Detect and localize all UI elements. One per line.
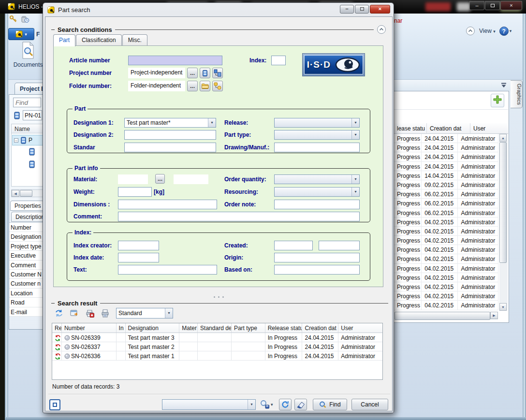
column-header-designation[interactable]: Designation <box>126 323 180 333</box>
dialog-maximize-button[interactable] <box>355 5 369 14</box>
column-header-result[interactable]: Re <box>52 323 62 333</box>
chevron-down-icon[interactable]: ▾ <box>208 118 216 127</box>
order-quantity-combo[interactable]: ▾ <box>274 174 360 184</box>
folder-transfer-button[interactable] <box>212 81 223 91</box>
help-menu[interactable]: ? ▾ <box>499 27 512 36</box>
column-header-number[interactable]: Number <box>62 323 117 333</box>
index-text-input[interactable] <box>118 265 217 275</box>
main-minimize-button[interactable]: – <box>469 1 484 10</box>
project-select-button[interactable] <box>200 68 210 78</box>
column-header-part-type[interactable]: Part type <box>232 323 265 333</box>
chevron-down-icon[interactable]: ▾ <box>351 175 359 184</box>
tab-part[interactable]: Part <box>53 34 75 46</box>
panel-menu-icon[interactable] <box>501 83 507 88</box>
database-clock-icon[interactable] <box>21 15 29 23</box>
chevron-down-icon[interactable]: ▾ <box>351 130 359 139</box>
reset-refresh-button[interactable] <box>279 399 292 410</box>
table-row[interactable]: Progress 24.04.2015 Administrator <box>394 162 498 171</box>
column-header-standard[interactable]: Standard de <box>198 323 232 333</box>
dialog-close-button[interactable]: × <box>370 5 390 14</box>
find-input[interactable] <box>13 98 41 107</box>
view-menu[interactable]: View ▾ <box>479 28 496 34</box>
chevron-down-icon[interactable]: ▾ <box>351 118 359 127</box>
folder-select-button[interactable] <box>200 81 210 91</box>
tab-properties[interactable]: Properties <box>10 201 43 211</box>
table-row[interactable]: Progress 04.02.2015 Administrator <box>394 264 498 273</box>
results-vertical-scrollbar[interactable]: ▲ ▼ <box>499 134 508 311</box>
tree-collapse-icon[interactable]: – <box>14 138 18 143</box>
table-row[interactable]: Progress 04.02.2015 Administrator <box>394 301 498 310</box>
property-row[interactable]: Number <box>9 223 43 232</box>
scrollbar-thumb[interactable] <box>394 312 490 320</box>
collapse-chevron-icon[interactable] <box>466 26 475 36</box>
resourcing-combo[interactable]: ▾ <box>274 187 360 197</box>
tree-horizontal-scrollbar[interactable]: ◀ <box>11 189 43 197</box>
table-row[interactable]: Progress 06.02.2015 Administrator <box>394 189 498 199</box>
part-type-combo[interactable]: ▾ <box>274 130 360 140</box>
chevron-down-icon[interactable]: ▾ <box>248 400 255 409</box>
table-row[interactable]: Progress 24.04.2015 Administrator <box>394 134 498 143</box>
tab-classification[interactable]: Classification <box>76 34 122 45</box>
table-row[interactable]: Progress 04.02.2015 Administrator <box>394 227 498 236</box>
index-input[interactable] <box>271 56 286 65</box>
release-combo[interactable]: ▾ <box>274 118 360 128</box>
property-row[interactable]: Road <box>9 298 43 307</box>
scroll-right-icon[interactable]: ▶ <box>490 312 498 319</box>
table-row[interactable]: Progress 24.04.2015 Administrator <box>394 143 498 152</box>
column-header-creation-date[interactable]: Creation dat <box>302 323 338 333</box>
dimensions-input[interactable] <box>118 200 217 209</box>
chevron-down-icon[interactable]: ▾ <box>165 308 173 318</box>
export-results-button[interactable] <box>70 309 79 318</box>
tree-column-header[interactable]: Name <box>11 124 43 133</box>
table-row[interactable]: Progress 06.02.2015 Administrator <box>394 199 498 208</box>
comment-input[interactable] <box>118 212 360 221</box>
index-date-input[interactable] <box>118 253 159 262</box>
documents-button[interactable]: Documents <box>12 42 44 71</box>
save-search-button[interactable]: ▾ <box>260 400 273 409</box>
standard-input[interactable] <box>124 143 216 152</box>
column-header-release-status[interactable]: lease statu <box>394 123 427 133</box>
folder-number-value[interactable]: Folder-independent <box>128 81 185 91</box>
drawing-manuf-input[interactable] <box>274 143 360 152</box>
table-row[interactable]: Progress 04.02.2015 Administrator <box>394 273 498 282</box>
property-row[interactable]: E-mail <box>9 307 43 317</box>
result-row[interactable]: SN-026337 Test part master 2 In Progress… <box>52 342 382 351</box>
result-row[interactable]: SN-026339 Test part master 3 In Progress… <box>52 333 382 342</box>
designation2-input[interactable] <box>124 130 216 140</box>
find-button[interactable]: Find <box>313 399 347 410</box>
column-header-index[interactable]: In <box>117 323 126 333</box>
material-name-input[interactable] <box>174 174 208 184</box>
dialog-minimize-button[interactable]: – <box>340 5 354 14</box>
table-row[interactable]: Progress 24.04.2015 Administrator <box>394 152 498 161</box>
scrollbar-thumb[interactable] <box>20 190 32 197</box>
weight-input[interactable] <box>118 187 152 197</box>
column-header-creation-date[interactable]: Creation dat <box>427 123 470 133</box>
property-row[interactable]: Designation <box>9 232 43 241</box>
tab-description[interactable]: Description <box>11 212 43 222</box>
index-creator-input[interactable] <box>118 241 159 250</box>
scroll-up-icon[interactable]: ▲ <box>499 134 507 142</box>
clear-fields-button[interactable] <box>294 399 307 410</box>
property-row[interactable]: Executive <box>9 251 43 260</box>
project-browse-button[interactable]: ... <box>187 68 198 78</box>
tree-item-selected[interactable]: – P <box>12 135 43 145</box>
column-header-material[interactable]: Mater <box>179 323 198 333</box>
collapse-section-icon[interactable] <box>377 25 386 34</box>
compact-view-button[interactable] <box>49 399 60 410</box>
print-list-button[interactable] <box>101 309 110 318</box>
application-menu-button[interactable]: ▾ <box>8 28 34 40</box>
add-button[interactable] <box>491 94 504 107</box>
column-header-user[interactable]: User <box>338 323 382 333</box>
cancel-button[interactable]: Cancel <box>351 399 388 410</box>
table-row[interactable]: Progress 06.02.2015 Administrator <box>394 208 498 217</box>
column-header-release-status[interactable]: Release statu <box>265 323 303 333</box>
table-row[interactable]: Progress 04.02.2015 Administrator <box>394 254 498 263</box>
main-maximize-button[interactable] <box>485 1 500 10</box>
order-note-input[interactable] <box>274 200 360 209</box>
column-header-user[interactable]: User <box>470 123 508 133</box>
table-row[interactable]: Progress 04.02.2015 Administrator <box>394 282 498 291</box>
property-row[interactable]: Customer n <box>9 279 43 288</box>
table-row[interactable]: Progress 04.02.2015 Administrator <box>394 291 498 301</box>
print-pdf-button[interactable] <box>85 309 95 318</box>
refresh-results-button[interactable] <box>54 309 64 318</box>
